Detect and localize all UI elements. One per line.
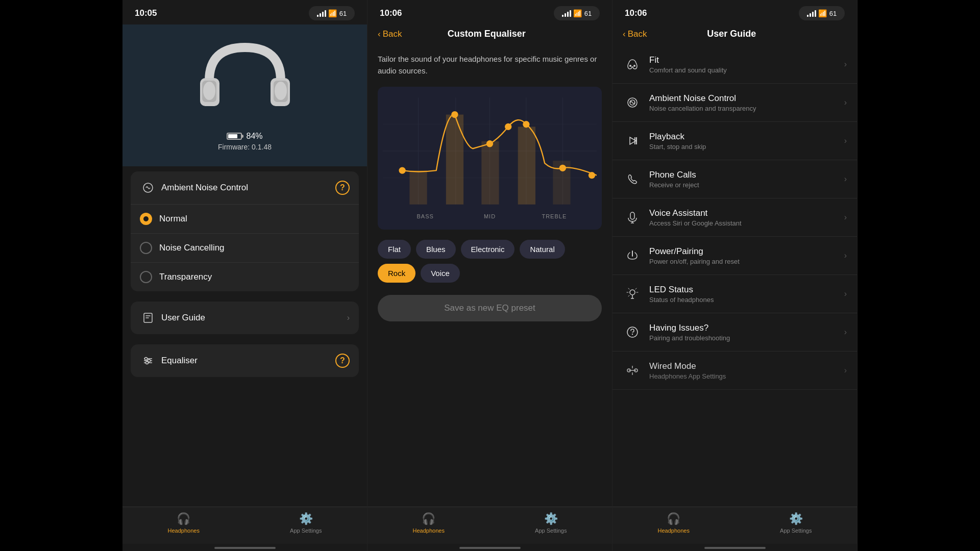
ambient-chevron: › [844, 98, 847, 107]
signal-icon-1 [317, 10, 326, 17]
back-chevron-2: ‹ [378, 29, 381, 39]
eq-save-button[interactable]: Save as new EQ preset [378, 295, 602, 321]
ambient-noise-info-badge[interactable]: ? [335, 181, 350, 195]
preset-blues[interactable]: Blues [416, 240, 456, 259]
equaliser-info-badge[interactable]: ? [335, 354, 350, 368]
power-icon [623, 246, 642, 265]
voice-assistant-chevron: › [844, 213, 847, 222]
nav-bar-3: ‹ Back User Guide [612, 24, 857, 45]
page-title-2: Custom Equaliser [402, 29, 571, 39]
radio-transparency[interactable]: Transparency [131, 263, 359, 291]
tab-headphones-1[interactable]: 🎧 Headphones [122, 512, 245, 534]
home-indicator-3 [704, 547, 766, 549]
back-button-2[interactable]: ‹ Back [378, 29, 402, 39]
settings-tab-label-1: App Settings [290, 528, 322, 534]
tab-app-settings-2[interactable]: ⚙️ App Settings [490, 512, 612, 534]
signal-icon-2 [562, 10, 571, 17]
phone-calls-text: Phone Calls Receive or reject [649, 170, 844, 189]
status-bar-2: 10:06 📶 61 [368, 0, 612, 24]
voice-assistant-subtitle: Access Siri or Google Assistant [649, 219, 844, 227]
battery-percentage: 84% [246, 132, 262, 141]
tab-app-settings-3[interactable]: ⚙️ App Settings [735, 512, 857, 534]
svg-point-11 [145, 358, 148, 360]
preset-flat[interactable]: Flat [378, 240, 411, 259]
back-button-3[interactable]: ‹ Back [623, 29, 647, 39]
guide-item-fit[interactable]: Fit Comfort and sound quality › [612, 45, 857, 84]
eq-graph-container: BASS MID TREBLE [378, 87, 602, 230]
tab-app-settings-1[interactable]: ⚙️ App Settings [245, 512, 368, 534]
svg-point-5 [275, 82, 287, 100]
eq-label-mid: MID [457, 213, 522, 219]
svg-point-31 [523, 121, 529, 128]
preset-natural[interactable]: Natural [520, 240, 565, 259]
phone-2: 10:06 📶 61 ‹ Back Custom Equaliser Tailo [368, 0, 612, 551]
preset-rock[interactable]: Rock [378, 264, 415, 283]
tab-bar-1: 🎧 Headphones ⚙️ App Settings [122, 507, 367, 544]
battery-fill [228, 134, 237, 138]
guide-item-issues[interactable]: Having Issues? Pairing and troubleshooti… [612, 313, 857, 352]
guide-item-voice-assistant[interactable]: Voice Assistant Access Siri or Google As… [612, 198, 857, 237]
phone-1: 10:05 📶 61 [122, 0, 368, 551]
tab-headphones-3[interactable]: 🎧 Headphones [612, 512, 735, 534]
status-bar-1: 10:05 📶 61 [122, 0, 367, 24]
wired-title: Wired Mode [649, 361, 844, 371]
status-pill-2: 📶 61 [554, 6, 600, 20]
wifi-icon-3: 📶 [818, 9, 827, 17]
svg-point-30 [505, 123, 511, 130]
settings-tab-icon-1: ⚙️ [299, 512, 313, 525]
phone-calls-icon [623, 169, 642, 189]
ambient-noise-item[interactable]: Ambient Noise Control ? [131, 171, 359, 205]
issues-chevron: › [844, 328, 847, 337]
page-title-3: User Guide [647, 29, 816, 39]
svg-rect-23 [446, 115, 463, 205]
issues-title: Having Issues? [649, 323, 844, 333]
headphones-tab-label-3: Headphones [658, 528, 690, 534]
radio-normal[interactable]: Normal [131, 205, 359, 234]
user-guide-label: User Guide [161, 313, 347, 323]
preset-electronic[interactable]: Electronic [461, 240, 515, 259]
radio-noise-cancelling[interactable]: Noise Cancelling [131, 234, 359, 263]
settings-tab-icon-3: ⚙️ [789, 512, 803, 525]
guide-item-led[interactable]: LED Status Status of headphones › [612, 275, 857, 313]
ambient-noise-icon [140, 180, 156, 196]
issues-icon [623, 322, 642, 342]
phone3-content: Fit Comfort and sound quality › Ambient … [612, 45, 857, 507]
radio-trans-label: Transparency [159, 272, 212, 282]
home-indicator-1 [214, 547, 276, 549]
svg-point-47 [632, 334, 633, 335]
power-subtitle: Power on/off, pairing and reset [649, 258, 844, 265]
led-status-icon [623, 284, 642, 304]
led-chevron: › [844, 289, 847, 298]
battery-icon-2: 61 [584, 10, 592, 17]
voice-assistant-icon [623, 208, 642, 227]
guide-item-phone-calls[interactable]: Phone Calls Receive or reject › [612, 160, 857, 198]
user-guide-icon [140, 310, 156, 326]
back-label-3: Back [628, 29, 647, 39]
svg-point-28 [451, 111, 458, 118]
preset-voice[interactable]: Voice [421, 264, 460, 283]
guide-item-wired[interactable]: Wired Mode Headphones App Settings › [612, 352, 857, 390]
tab-headphones-2[interactable]: 🎧 Headphones [368, 512, 490, 534]
headphone-svg [194, 35, 296, 127]
ambient-title: Ambient Noise Control [649, 93, 844, 104]
radio-normal-circle [140, 213, 152, 225]
svg-point-33 [589, 172, 595, 179]
svg-point-27 [399, 167, 405, 173]
guide-item-ambient[interactable]: Ambient Noise Control Noise cancellation… [612, 84, 857, 122]
svg-rect-41 [630, 212, 634, 219]
ambient-noise-label: Ambient Noise Control [161, 183, 335, 193]
ambient-subtitle: Noise cancellation and transparency [649, 105, 844, 112]
eq-label-bass: BASS [393, 213, 457, 219]
user-guide-item[interactable]: User Guide › [131, 302, 359, 334]
svg-rect-25 [518, 127, 535, 204]
fit-icon [623, 55, 642, 74]
headphones-tab-label-2: Headphones [413, 528, 445, 534]
headphones-tab-icon-2: 🎧 [422, 512, 435, 525]
guide-item-power[interactable]: Power/Pairing Power on/off, pairing and … [612, 237, 857, 275]
voice-assistant-title: Voice Assistant [649, 208, 844, 218]
equaliser-item[interactable]: Equaliser ? [131, 344, 359, 377]
guide-item-playback[interactable]: Playback Start, stop and skip › [612, 122, 857, 160]
eq-graph-labels: BASS MID TREBLE [383, 213, 597, 219]
svg-point-32 [559, 165, 566, 171]
svg-point-29 [486, 140, 493, 147]
